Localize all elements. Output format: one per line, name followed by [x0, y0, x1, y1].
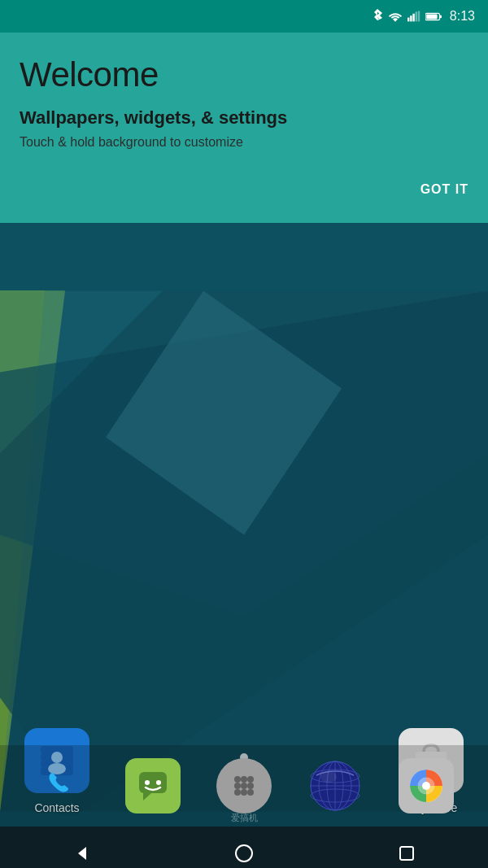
- nav-bar: [0, 827, 488, 868]
- status-icons: 8:13: [372, 9, 475, 24]
- back-button[interactable]: [61, 833, 102, 869]
- camera-icon: [399, 758, 454, 813]
- welcome-description: Touch & hold background to customize: [20, 135, 468, 150]
- messenger-icon: [125, 758, 181, 813]
- welcome-title: Welcome: [20, 55, 468, 94]
- svg-rect-2: [412, 14, 414, 22]
- svg-rect-4: [418, 11, 420, 22]
- got-it-container: GOT IT: [20, 176, 468, 203]
- svg-point-53: [236, 845, 252, 861]
- svg-point-29: [234, 776, 241, 783]
- svg-point-35: [234, 789, 241, 796]
- messenger-app[interactable]: [125, 758, 181, 813]
- app-drawer[interactable]: [216, 758, 272, 813]
- drawer-icon: [216, 758, 272, 813]
- got-it-button[interactable]: GOT IT: [420, 176, 468, 203]
- svg-marker-52: [78, 847, 86, 860]
- svg-rect-0: [407, 18, 409, 22]
- home-button[interactable]: [224, 833, 264, 869]
- svg-rect-3: [415, 11, 416, 21]
- svg-point-33: [241, 783, 247, 789]
- svg-point-30: [241, 776, 247, 783]
- welcome-subtitle: Wallpapers, widgets, & settings: [20, 107, 468, 129]
- browser-app[interactable]: [307, 758, 363, 813]
- recents-button[interactable]: [386, 833, 427, 869]
- wifi-icon: [388, 11, 403, 22]
- status-bar: 8:13: [0, 0, 488, 33]
- signal-icon: [407, 11, 420, 22]
- home-screen: Contacts: [0, 223, 488, 868]
- svg-point-51: [422, 782, 430, 790]
- svg-point-47: [320, 771, 337, 783]
- svg-rect-6: [439, 15, 442, 17]
- svg-rect-1: [410, 15, 412, 21]
- bluetooth-icon: [372, 9, 383, 24]
- svg-point-26: [145, 780, 150, 785]
- svg-point-32: [234, 783, 241, 789]
- svg-point-36: [241, 789, 247, 796]
- svg-marker-28: [143, 793, 151, 800]
- phone-app[interactable]: [34, 758, 89, 813]
- svg-rect-54: [400, 847, 413, 860]
- svg-point-37: [247, 789, 254, 796]
- browser-icon: [307, 758, 363, 813]
- welcome-card: Welcome Wallpapers, widgets, & settings …: [0, 33, 488, 223]
- camera-app[interactable]: [399, 758, 454, 813]
- battery-icon: [425, 11, 442, 22]
- watermark: 爱搞机: [231, 812, 258, 824]
- svg-point-27: [156, 780, 161, 785]
- svg-point-31: [247, 776, 254, 783]
- status-time: 8:13: [450, 9, 475, 24]
- svg-rect-7: [426, 14, 437, 19]
- svg-point-34: [247, 783, 254, 789]
